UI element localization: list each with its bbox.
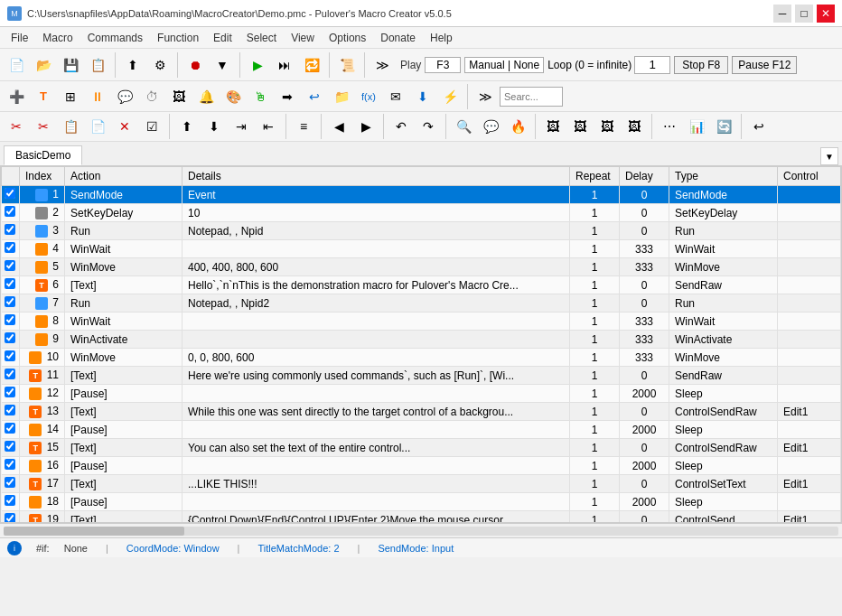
row-checkbox[interactable] <box>5 513 15 523</box>
save-button[interactable]: 💾 <box>58 52 83 78</box>
play-key-badge[interactable]: F3 <box>425 57 461 73</box>
img1-button[interactable]: 🖼 <box>540 114 566 139</box>
search-input[interactable] <box>500 87 563 107</box>
tab-basicdemo[interactable]: BasicDemo <box>4 145 82 165</box>
expand-button[interactable]: ≫ <box>370 52 395 78</box>
row-checkbox[interactable] <box>5 188 15 199</box>
scrollbar-thumb[interactable] <box>4 527 184 536</box>
table-row[interactable]: 7 Run Notepad, , Npid2 1 0 Run <box>2 294 841 313</box>
grid-button[interactable]: ⊞ <box>58 84 83 109</box>
outdent-button[interactable]: ⇤ <box>256 114 281 139</box>
row-checkbox[interactable] <box>5 369 15 379</box>
move-down-button[interactable]: ⬇ <box>201 114 227 139</box>
row-checkbox[interactable] <box>5 495 15 506</box>
indent-button[interactable]: ⇥ <box>229 114 254 139</box>
chat-button[interactable]: 💬 <box>478 114 503 139</box>
scissors-button[interactable]: ✂ <box>31 114 56 139</box>
table-row[interactable]: 9 WinActivate 1 333 WinActivate <box>2 331 841 349</box>
redo-button[interactable]: ↷ <box>416 114 441 139</box>
paste-button[interactable]: 📄 <box>85 114 110 139</box>
file-button[interactable]: 📁 <box>329 84 354 109</box>
mouse-button[interactable]: 🖱 <box>248 84 273 109</box>
list-button[interactable]: ≡ <box>291 114 316 139</box>
loop-button[interactable]: ↩ <box>302 84 327 109</box>
fire-button[interactable]: 🔥 <box>505 114 530 139</box>
table-row[interactable]: 3 Run Notepad, , Npid 1 0 Run <box>2 222 841 240</box>
loop-input[interactable] <box>634 56 670 74</box>
table-row[interactable]: 10 WinMove 0, 0, 800, 600 1 333 WinMove <box>2 349 841 367</box>
open-button[interactable]: 📂 <box>31 52 56 78</box>
col-header-type[interactable]: Type <box>669 167 778 186</box>
status-titlematch-link[interactable]: TitleMatchMode: 2 <box>257 543 339 554</box>
table-row[interactable]: T 19 [Text] {Control Down}{End}{Control … <box>2 511 841 524</box>
img2-button[interactable]: 🖼 <box>567 114 593 139</box>
row-checkbox[interactable] <box>5 350 15 361</box>
play-step[interactable]: ⏭ <box>272 52 297 78</box>
row-checkbox[interactable] <box>5 477 15 488</box>
col-header-delay[interactable]: Delay <box>620 167 669 186</box>
row-checkbox[interactable] <box>5 296 15 307</box>
enable-button[interactable]: ☑ <box>139 114 164 139</box>
scrollbar-track[interactable] <box>4 527 838 536</box>
move-up-button[interactable]: ⬆ <box>174 114 200 139</box>
row-checkbox[interactable] <box>5 405 15 415</box>
table-row[interactable]: 8 WinWait 1 333 WinWait <box>2 313 841 331</box>
row-checkbox[interactable] <box>5 441 15 452</box>
sound-button[interactable]: 🔔 <box>193 84 219 109</box>
table-row[interactable]: T 17 [Text] ...LIKE THIS!!! 1 0 ControlS… <box>2 475 841 493</box>
col-header-index[interactable]: Index <box>20 167 65 186</box>
row-checkbox[interactable] <box>5 224 15 235</box>
col-header-repeat[interactable]: Repeat <box>570 167 620 186</box>
info-icon[interactable]: i <box>7 541 22 555</box>
menu-file[interactable]: File <box>4 30 35 46</box>
search-button[interactable]: 🔍 <box>451 114 476 139</box>
img3-button[interactable]: 🖼 <box>594 114 620 139</box>
back-button[interactable]: ↩ <box>746 114 772 139</box>
table-row[interactable]: T 6 [Text] Hello`,`n`nThis is the demons… <box>2 276 841 294</box>
table-row[interactable]: T 13 [Text] While this one was sent dire… <box>2 403 841 421</box>
record-dropdown[interactable]: ▼ <box>210 52 235 78</box>
balloon-button[interactable]: 💬 <box>112 84 137 109</box>
play-repeat[interactable]: 🔁 <box>299 52 324 78</box>
menu-commands[interactable]: Commands <box>80 30 150 46</box>
menu-donate[interactable]: Donate <box>373 30 423 46</box>
delete-button[interactable]: ✕ <box>112 114 137 139</box>
script-button[interactable]: 📜 <box>334 52 360 78</box>
color-button[interactable]: 🎨 <box>220 84 246 109</box>
menu-options[interactable]: Options <box>322 30 373 46</box>
table-row[interactable]: 5 WinMove 400, 400, 800, 600 1 333 WinMo… <box>2 258 841 276</box>
table-row[interactable]: T 15 [Text] You can also set the text of… <box>2 439 841 457</box>
menu-edit[interactable]: Edit <box>206 30 239 46</box>
status-sendmode-link[interactable]: SendMode: Input <box>378 543 454 554</box>
email-button[interactable]: ✉ <box>383 84 408 109</box>
expand-r2[interactable]: ≫ <box>472 84 498 109</box>
col-header-control[interactable]: Control <box>778 167 841 186</box>
excel-button[interactable]: 📊 <box>684 114 709 139</box>
table-row[interactable]: 1 SendMode Event 1 0 SendMode <box>2 186 841 204</box>
undo-button[interactable]: ↶ <box>388 114 414 139</box>
more-button[interactable]: ⋯ <box>657 114 682 139</box>
img4-button[interactable]: 🖼 <box>622 114 647 139</box>
maximize-button[interactable]: □ <box>795 5 813 23</box>
menu-function[interactable]: Function <box>150 30 206 46</box>
var-button[interactable]: ⚡ <box>437 84 463 109</box>
pause-button[interactable]: Pause F12 <box>732 56 797 74</box>
status-coordmode-link[interactable]: CoordMode: Window <box>126 543 220 554</box>
close-button[interactable]: ✕ <box>817 5 835 23</box>
copy-button[interactable]: 📋 <box>58 114 83 139</box>
align-left[interactable]: ◀ <box>326 114 351 139</box>
refresh-button[interactable]: 🔄 <box>711 114 736 139</box>
row-checkbox[interactable] <box>5 278 15 289</box>
menu-macro[interactable]: Macro <box>35 30 80 46</box>
new-button[interactable]: 📄 <box>4 52 29 78</box>
table-row[interactable]: 14 [Pause] 1 2000 Sleep <box>2 421 841 439</box>
table-row[interactable]: 4 WinWait 1 333 WinWait <box>2 240 841 258</box>
arrow-button[interactable]: ➡ <box>275 84 300 109</box>
minimize-button[interactable]: ─ <box>773 5 791 23</box>
row-checkbox[interactable] <box>5 314 15 325</box>
horizontal-scrollbar[interactable] <box>0 523 842 537</box>
table-row[interactable]: 12 [Pause] 1 2000 Sleep <box>2 385 841 403</box>
row-checkbox[interactable] <box>5 242 15 253</box>
record-button[interactable]: ⏺ <box>182 52 208 78</box>
add-command-button[interactable]: ➕ <box>4 84 29 109</box>
